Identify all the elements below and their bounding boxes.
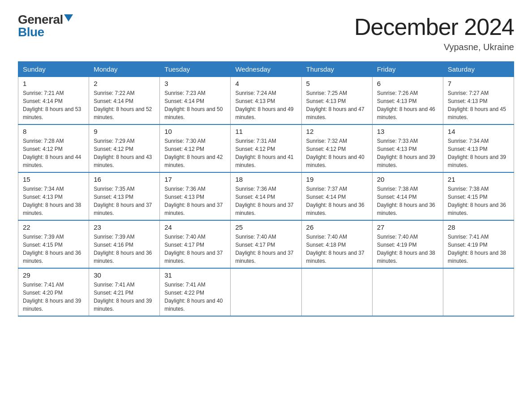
day-info: Sunrise: 7:40 AMSunset: 4:17 PMDaylight:… <box>235 233 296 265</box>
day-number: 23 <box>94 223 155 231</box>
table-row: 11Sunrise: 7:31 AMSunset: 4:12 PMDayligh… <box>231 124 301 172</box>
day-number: 1 <box>23 80 84 87</box>
day-number: 6 <box>377 80 438 87</box>
table-row: 2Sunrise: 7:22 AMSunset: 4:14 PMDaylight… <box>89 77 160 125</box>
logo: General Blue <box>18 13 73 39</box>
day-number: 30 <box>94 271 155 279</box>
day-number: 17 <box>164 176 226 183</box>
calendar-week-row: 8Sunrise: 7:28 AMSunset: 4:12 PMDaylight… <box>18 124 514 172</box>
day-info: Sunrise: 7:36 AMSunset: 4:14 PMDaylight:… <box>235 185 296 217</box>
day-info: Sunrise: 7:41 AMSunset: 4:22 PMDaylight:… <box>164 281 226 313</box>
logo-blue-text: Blue <box>18 26 44 39</box>
day-number: 26 <box>306 223 368 231</box>
day-info: Sunrise: 7:40 AMSunset: 4:17 PMDaylight:… <box>164 233 226 265</box>
table-row: 17Sunrise: 7:36 AMSunset: 4:13 PMDayligh… <box>160 172 231 220</box>
calendar-header: Sunday Monday Tuesday Wednesday Thursday… <box>18 62 514 77</box>
day-number: 14 <box>448 128 509 135</box>
title-area: December 2024 Vypasne, Ukraine <box>354 13 514 52</box>
day-info: Sunrise: 7:35 AMSunset: 4:13 PMDaylight:… <box>94 185 155 217</box>
col-thursday: Thursday <box>301 62 372 77</box>
header-row: Sunday Monday Tuesday Wednesday Thursday… <box>18 62 514 77</box>
table-row: 7Sunrise: 7:27 AMSunset: 4:13 PMDaylight… <box>443 77 514 125</box>
day-number: 31 <box>164 271 226 279</box>
table-row: 27Sunrise: 7:40 AMSunset: 4:19 PMDayligh… <box>372 220 443 268</box>
table-row: 1Sunrise: 7:21 AMSunset: 4:14 PMDaylight… <box>18 77 89 125</box>
col-monday: Monday <box>89 62 160 77</box>
table-row: 8Sunrise: 7:28 AMSunset: 4:12 PMDaylight… <box>18 124 89 172</box>
table-row: 14Sunrise: 7:34 AMSunset: 4:13 PMDayligh… <box>443 124 514 172</box>
day-info: Sunrise: 7:27 AMSunset: 4:13 PMDaylight:… <box>448 89 509 121</box>
table-row: 10Sunrise: 7:30 AMSunset: 4:12 PMDayligh… <box>160 124 231 172</box>
day-number: 7 <box>448 80 509 87</box>
day-info: Sunrise: 7:24 AMSunset: 4:13 PMDaylight:… <box>235 89 296 121</box>
day-info: Sunrise: 7:31 AMSunset: 4:12 PMDaylight:… <box>235 137 296 169</box>
table-row: 22Sunrise: 7:39 AMSunset: 4:15 PMDayligh… <box>18 220 89 268</box>
day-number: 28 <box>448 223 509 231</box>
col-saturday: Saturday <box>443 62 514 77</box>
day-number: 29 <box>23 271 84 279</box>
table-row: 24Sunrise: 7:40 AMSunset: 4:17 PMDayligh… <box>160 220 231 268</box>
day-number: 13 <box>377 128 438 135</box>
table-row: 23Sunrise: 7:39 AMSunset: 4:16 PMDayligh… <box>89 220 160 268</box>
day-number: 18 <box>235 176 296 183</box>
table-row: 25Sunrise: 7:40 AMSunset: 4:17 PMDayligh… <box>231 220 301 268</box>
day-info: Sunrise: 7:36 AMSunset: 4:13 PMDaylight:… <box>164 185 226 217</box>
day-number: 19 <box>306 176 368 183</box>
table-row <box>301 268 372 316</box>
day-info: Sunrise: 7:33 AMSunset: 4:13 PMDaylight:… <box>377 137 438 169</box>
day-number: 5 <box>306 80 368 87</box>
calendar-week-row: 1Sunrise: 7:21 AMSunset: 4:14 PMDaylight… <box>18 77 514 125</box>
calendar-week-row: 22Sunrise: 7:39 AMSunset: 4:15 PMDayligh… <box>18 220 514 268</box>
day-number: 16 <box>94 176 155 183</box>
day-info: Sunrise: 7:29 AMSunset: 4:12 PMDaylight:… <box>94 137 155 169</box>
day-number: 27 <box>377 223 438 231</box>
calendar-week-row: 15Sunrise: 7:34 AMSunset: 4:13 PMDayligh… <box>18 172 514 220</box>
day-number: 22 <box>23 223 84 231</box>
day-info: Sunrise: 7:37 AMSunset: 4:14 PMDaylight:… <box>306 185 368 217</box>
col-wednesday: Wednesday <box>231 62 301 77</box>
day-info: Sunrise: 7:23 AMSunset: 4:14 PMDaylight:… <box>164 89 226 121</box>
table-row: 4Sunrise: 7:24 AMSunset: 4:13 PMDaylight… <box>231 77 301 125</box>
day-number: 2 <box>94 80 155 87</box>
table-row <box>443 268 514 316</box>
logo-general-text: General <box>18 13 63 26</box>
table-row: 31Sunrise: 7:41 AMSunset: 4:22 PMDayligh… <box>160 268 231 316</box>
table-row <box>231 268 301 316</box>
table-row: 5Sunrise: 7:25 AMSunset: 4:13 PMDaylight… <box>301 77 372 125</box>
location-label: Vypasne, Ukraine <box>354 42 514 52</box>
day-info: Sunrise: 7:21 AMSunset: 4:14 PMDaylight:… <box>23 89 84 121</box>
day-number: 4 <box>235 80 296 87</box>
day-info: Sunrise: 7:28 AMSunset: 4:12 PMDaylight:… <box>23 137 84 169</box>
day-info: Sunrise: 7:39 AMSunset: 4:16 PMDaylight:… <box>94 233 155 265</box>
day-info: Sunrise: 7:41 AMSunset: 4:21 PMDaylight:… <box>94 281 155 313</box>
day-info: Sunrise: 7:41 AMSunset: 4:19 PMDaylight:… <box>448 233 509 265</box>
day-info: Sunrise: 7:30 AMSunset: 4:12 PMDaylight:… <box>164 137 226 169</box>
day-info: Sunrise: 7:40 AMSunset: 4:18 PMDaylight:… <box>306 233 368 265</box>
day-info: Sunrise: 7:34 AMSunset: 4:13 PMDaylight:… <box>23 185 84 217</box>
day-number: 3 <box>164 80 226 87</box>
table-row: 3Sunrise: 7:23 AMSunset: 4:14 PMDaylight… <box>160 77 231 125</box>
day-number: 12 <box>306 128 368 135</box>
day-info: Sunrise: 7:25 AMSunset: 4:13 PMDaylight:… <box>306 89 368 121</box>
day-info: Sunrise: 7:32 AMSunset: 4:12 PMDaylight:… <box>306 137 368 169</box>
table-row: 28Sunrise: 7:41 AMSunset: 4:19 PMDayligh… <box>443 220 514 268</box>
day-number: 10 <box>164 128 226 135</box>
table-row: 18Sunrise: 7:36 AMSunset: 4:14 PMDayligh… <box>231 172 301 220</box>
day-number: 25 <box>235 223 296 231</box>
table-row: 20Sunrise: 7:38 AMSunset: 4:14 PMDayligh… <box>372 172 443 220</box>
day-number: 8 <box>23 128 84 135</box>
day-number: 9 <box>94 128 155 135</box>
day-info: Sunrise: 7:22 AMSunset: 4:14 PMDaylight:… <box>94 89 155 121</box>
calendar-week-row: 29Sunrise: 7:41 AMSunset: 4:20 PMDayligh… <box>18 268 514 316</box>
table-row: 21Sunrise: 7:38 AMSunset: 4:15 PMDayligh… <box>443 172 514 220</box>
table-row: 16Sunrise: 7:35 AMSunset: 4:13 PMDayligh… <box>89 172 160 220</box>
day-info: Sunrise: 7:41 AMSunset: 4:20 PMDaylight:… <box>23 281 84 313</box>
table-row: 12Sunrise: 7:32 AMSunset: 4:12 PMDayligh… <box>301 124 372 172</box>
day-info: Sunrise: 7:38 AMSunset: 4:15 PMDaylight:… <box>448 185 509 217</box>
day-info: Sunrise: 7:26 AMSunset: 4:13 PMDaylight:… <box>377 89 438 121</box>
day-info: Sunrise: 7:39 AMSunset: 4:15 PMDaylight:… <box>23 233 84 265</box>
table-row: 13Sunrise: 7:33 AMSunset: 4:13 PMDayligh… <box>372 124 443 172</box>
day-number: 20 <box>377 176 438 183</box>
day-info: Sunrise: 7:34 AMSunset: 4:13 PMDaylight:… <box>448 137 509 169</box>
day-number: 24 <box>164 223 226 231</box>
